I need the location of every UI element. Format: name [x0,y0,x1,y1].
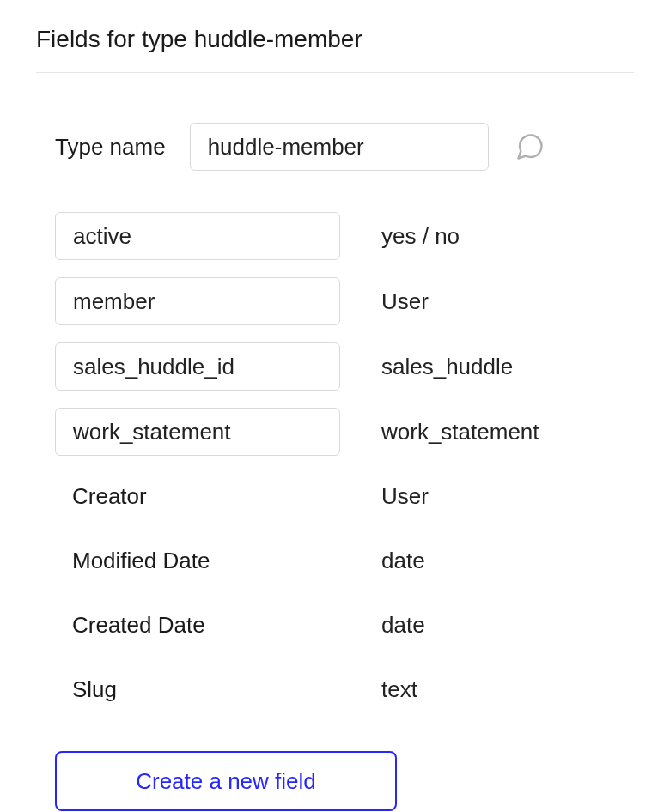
field-name-input[interactable] [55,408,340,456]
field-row: sales_huddle [55,342,634,391]
field-row: Created Datedate [55,602,634,649]
field-type-label: yes / no [381,223,634,250]
field-type-label: text [381,676,634,703]
fields-list: yes / noUsersales_huddlework_statementCr… [55,212,634,713]
field-name-input[interactable] [55,277,340,325]
create-field-button[interactable]: Create a new field [55,751,397,811]
field-row: yes / no [55,212,634,260]
type-name-row: Type name [55,123,634,171]
field-type-label: date [381,548,634,574]
field-type-label: User [381,483,634,510]
field-type-label: sales_huddle [381,354,634,380]
field-row: Slugtext [55,666,634,713]
field-row: CreatorUser [55,473,634,520]
field-name-input[interactable] [55,342,340,391]
field-name-static: Slug [55,666,340,713]
field-row: work_statement [55,408,634,456]
field-type-label: work_statement [381,419,634,445]
field-name-static: Creator [55,473,340,520]
page-title: Fields for type huddle-member [36,21,634,73]
field-name-static: Modified Date [55,537,340,585]
field-row: Modified Datedate [55,537,634,585]
field-type-label: User [381,288,634,315]
field-type-label: date [381,612,634,639]
field-name-input[interactable] [55,212,340,260]
comment-icon[interactable] [513,130,547,164]
field-name-static: Created Date [55,602,340,649]
field-row: User [55,277,634,325]
type-name-label: Type name [55,134,166,161]
type-name-input[interactable] [190,123,489,171]
